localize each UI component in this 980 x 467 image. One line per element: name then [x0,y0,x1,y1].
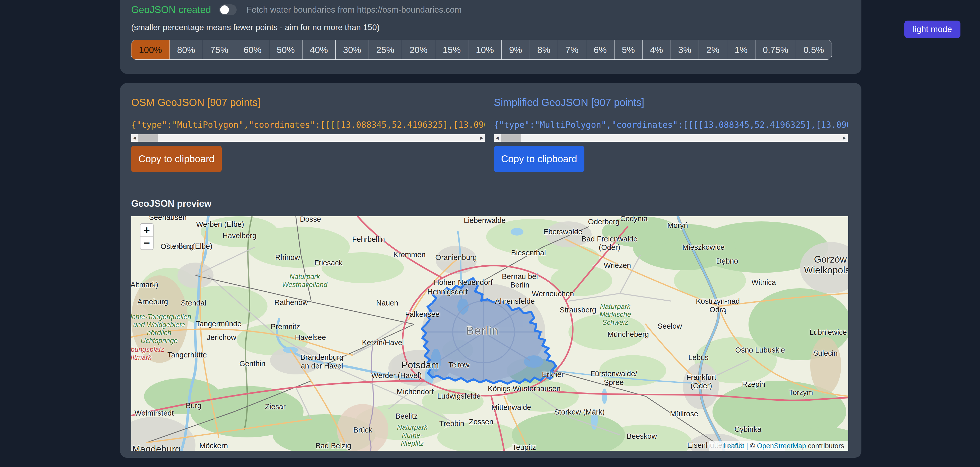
percent-option-0.5[interactable]: 0.5% [796,40,832,59]
map-label: Mieszkowice [682,243,725,252]
percent-option-1[interactable]: 1% [727,40,755,59]
zoom-in-button[interactable]: + [140,224,153,237]
scrollbar-thumb[interactable] [138,134,158,142]
scroll-right-arrow-icon[interactable]: ► [479,134,485,142]
percent-option-20[interactable]: 20% [402,40,435,59]
map-label: Teupitz [512,443,536,451]
percent-option-4[interactable]: 4% [642,40,671,59]
map-label: Brandenburg an der Havel [301,353,344,370]
map-labels-layer: SeehausenWerben (Elbe)DosseLiebenwaldeOd… [131,216,848,451]
map-label: Friesack [314,259,343,267]
percent-option-5[interactable]: 5% [614,40,643,59]
map-label: Ośno Lubuskie [735,346,785,354]
map-label: Genthin [239,359,266,368]
geojson-panels: OSM GeoJSON [907 points] {"type":"MultiP… [131,96,850,172]
map-label: Möckern [199,442,228,450]
map-label: Lubniewice [810,329,847,337]
percent-option-50[interactable]: 50% [269,40,302,59]
percent-option-6[interactable]: 6% [586,40,614,59]
percent-option-10[interactable]: 10% [468,40,501,59]
scroll-left-arrow-icon[interactable]: ◄ [131,134,138,142]
map-label: Biesenthal [511,249,546,257]
map-label: Nauen [376,299,398,308]
simplified-json-scrollbar[interactable]: ◄ ► [494,134,848,142]
percent-option-100[interactable]: 100% [131,40,170,59]
percent-option-40[interactable]: 40% [302,40,336,59]
simplified-panel-title: Simplified GeoJSON [907 points] [494,96,848,108]
map-label: Beeskow [627,432,657,441]
openstreetmap-link[interactable]: OpenStreetMap [757,442,806,450]
map-label: Oderberg [588,218,620,226]
map-label: Eberswalde [544,227,582,236]
map-label: Ziesar [265,403,286,411]
scroll-right-arrow-icon[interactable]: ► [841,134,848,142]
osm-panel-title: OSM GeoJSON [907 points] [131,96,485,108]
osm-json-scrollbar[interactable]: ◄ ► [131,134,485,142]
controls-section: GeoJSON created Fetch water boundaries f… [120,0,861,74]
simplified-json-preview: {"type":"MultiPolygon","coordinates":[[[… [494,119,848,131]
map-label: Potsdam [401,360,439,371]
percent-option-60[interactable]: 60% [236,40,269,59]
map-zoom-control: + − [140,223,154,250]
map-label: Havelsee [295,333,326,342]
map-label: Königs Wusterhausen [488,385,560,393]
percent-option-8[interactable]: 8% [530,40,558,59]
map-label: Liebenwalde [464,216,506,225]
map-label: Cedynia [620,216,648,223]
percent-option-3[interactable]: 3% [671,40,699,59]
map-label: Burg [186,402,201,410]
map-label: Havelberg [223,232,256,240]
map-label: Rhinow [275,253,300,262]
toggle-knob [220,5,229,14]
percent-option-2[interactable]: 2% [698,40,727,59]
map-label: Müllrose [670,410,698,418]
map-label: Witnica [751,278,776,287]
map-label: Premnitz [270,323,300,331]
zoom-out-button[interactable]: − [140,237,153,249]
map-label: Müncheberg [607,330,649,339]
map-label: Magdeburg [132,443,180,451]
leaflet-link[interactable]: Leaflet [723,442,744,450]
map-label: Michendorf [397,388,433,396]
percent-option-0.75[interactable]: 0.75% [755,40,796,59]
water-boundaries-toggle[interactable] [219,4,237,15]
map-label: Storkow (Mark) [554,408,605,416]
map-label: Naturpark Nuthe- Nieplitz [397,424,428,448]
map-label: Strausberg [560,306,596,314]
percent-option-25[interactable]: 25% [369,40,402,59]
water-boundaries-toggle-label: Fetch water boundaries from https://osm-… [247,5,461,15]
map-label: penübungsplatz Altmark [131,345,164,361]
map-label: Bad Belzig [316,442,352,450]
map-label: Falkensee [405,310,439,319]
map-label: Rathenow [274,298,308,307]
map-label: Seehausen [149,216,187,222]
map-label: Teltow [448,361,469,369]
osm-geojson-panel: OSM GeoJSON [907 points] {"type":"MultiP… [131,96,485,172]
geojson-preview-heading: GeoJSON preview [131,198,850,208]
percent-option-9[interactable]: 9% [501,40,530,59]
map-label: Tangerhütte [167,351,207,359]
map-label: ark (Altmark) [131,281,158,289]
attribution-separator: | © [744,442,757,450]
percent-option-15[interactable]: 15% [435,40,468,59]
map-label: Wolmirstedt [135,409,174,417]
map-label: Stendal [181,299,206,308]
scrollbar-thumb[interactable] [501,134,520,142]
leaflet-map[interactable]: SeehausenWerben (Elbe)DosseLiebenwaldeOd… [131,216,848,451]
ukraine-flag-icon [712,443,721,449]
light-mode-button[interactable]: light mode [904,21,961,38]
map-label: Zossen [469,418,493,426]
percent-option-75[interactable]: 75% [203,40,236,59]
osm-json-preview: {"type":"MultiPolygon","coordinates":[[[… [131,119,485,131]
scroll-left-arrow-icon[interactable]: ◄ [494,134,501,142]
osm-copy-button[interactable]: Copy to clipboard [131,146,222,172]
map-label: Ludwigsfelde [437,392,480,401]
map-label: Torzym [789,388,813,397]
percent-option-80[interactable]: 80% [170,40,203,59]
map-label: Oranienburg [435,253,477,262]
percent-option-7[interactable]: 7% [558,40,586,59]
percent-option-30[interactable]: 30% [336,40,369,59]
percentage-button-group: 100%80%75%60%50%40%30%25%20%15%10%9%8%7%… [131,40,832,60]
map-label: Bernau bei Berlin [502,272,538,289]
simplified-copy-button[interactable]: Copy to clipboard [494,146,584,172]
